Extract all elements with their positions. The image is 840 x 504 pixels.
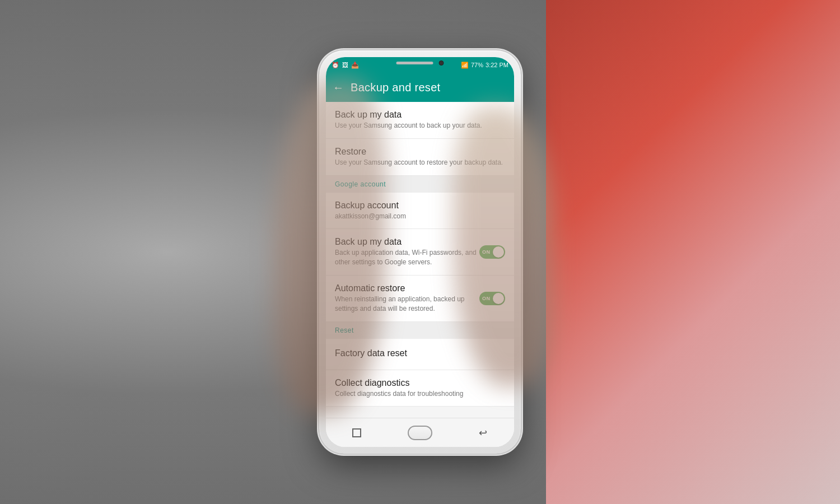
bottom-nav: ↩: [326, 418, 514, 447]
time-display: 3:22 PM: [486, 62, 508, 68]
status-right: 📶 77% 3:22 PM: [461, 62, 508, 69]
wifi-icon: 📶: [461, 62, 469, 69]
recent-apps-button[interactable]: [346, 422, 368, 444]
status-icons-left: ⏰ 🖼 📥: [332, 62, 359, 69]
alarm-icon: ⏰: [332, 62, 339, 69]
front-camera: [439, 60, 444, 66]
phone-device: ⏰ 🖼 📥 📶 77% 3:22 PM ← Backup and reset: [319, 50, 521, 454]
collect-diagnostics-subtitle: Collect diagnostics data for troubleshoo…: [335, 389, 505, 399]
speaker-grill: [396, 62, 433, 64]
home-button[interactable]: [408, 426, 432, 440]
back-nav-icon: ↩: [479, 427, 487, 439]
screenshot-icon: 🖼: [342, 62, 348, 68]
download-icon: 📥: [351, 62, 359, 69]
recent-apps-icon: [352, 428, 361, 437]
back-nav-button[interactable]: ↩: [472, 422, 494, 444]
battery-text: 77%: [471, 62, 483, 68]
